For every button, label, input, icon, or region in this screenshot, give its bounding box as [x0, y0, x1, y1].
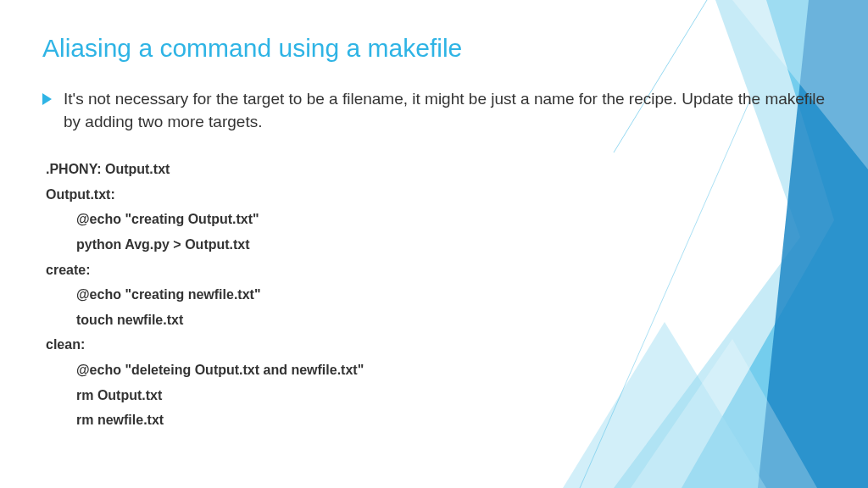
bullet-text: It's not necessary for the target to be … [64, 88, 826, 133]
code-line: rm newfile.txt [46, 408, 826, 433]
slide-title: Aliasing a command using a makefile [42, 34, 826, 63]
bullet-item: It's not necessary for the target to be … [42, 88, 826, 133]
code-line: Output.txt: [46, 182, 826, 208]
makefile-code: .PHONY: Output.txt Output.txt: @echo "cr… [42, 157, 826, 433]
code-line: rm Output.txt [46, 383, 826, 408]
code-line: clean: [46, 332, 826, 358]
code-line: create: [46, 258, 826, 283]
code-line: @echo "deleteing Output.txt and newfile.… [46, 358, 826, 383]
code-line: @echo "creating newfile.txt" [46, 282, 826, 308]
bullet-icon [42, 93, 52, 105]
code-line: @echo "creating Output.txt" [46, 207, 826, 232]
code-line: touch newfile.txt [46, 308, 826, 333]
code-line: .PHONY: Output.txt [46, 157, 826, 182]
code-line: python Avg.py > Output.txt [46, 232, 826, 258]
